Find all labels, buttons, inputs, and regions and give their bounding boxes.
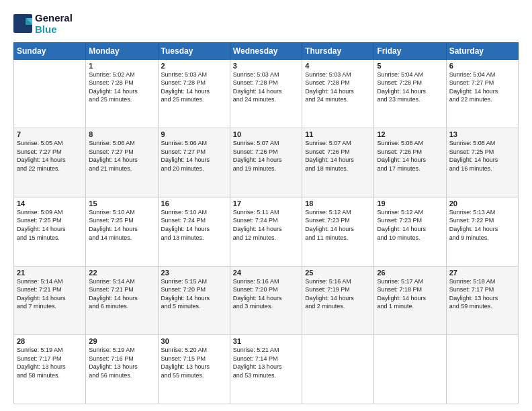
calendar-cell: 21Sunrise: 5:14 AM Sunset: 7:21 PM Dayli… [14,266,86,335]
calendar-cell: 9Sunrise: 5:06 AM Sunset: 7:27 PM Daylig… [158,128,230,197]
calendar-cell: 12Sunrise: 5:08 AM Sunset: 7:26 PM Dayli… [374,128,446,197]
weekday-header-sunday: Sunday [14,42,86,59]
calendar-cell: 26Sunrise: 5:17 AM Sunset: 7:18 PM Dayli… [374,266,446,335]
calendar-week-2: 7Sunrise: 5:05 AM Sunset: 7:27 PM Daylig… [14,128,519,197]
weekday-header-row: SundayMondayTuesdayWednesdayThursdayFrid… [14,42,519,59]
calendar-cell: 1Sunrise: 5:02 AM Sunset: 7:28 PM Daylig… [86,59,158,128]
logo-text: General Blue [35,12,73,36]
day-info: Sunrise: 5:15 AM Sunset: 7:20 PM Dayligh… [161,277,227,311]
calendar-cell: 28Sunrise: 5:19 AM Sunset: 7:17 PM Dayli… [14,335,86,404]
weekday-header-friday: Friday [374,42,446,59]
day-number: 17 [233,199,299,208]
day-info: Sunrise: 5:03 AM Sunset: 7:28 PM Dayligh… [305,71,371,104]
calendar-cell: 3Sunrise: 5:03 AM Sunset: 7:28 PM Daylig… [230,59,302,128]
day-number: 10 [233,130,299,138]
calendar-cell: 4Sunrise: 5:03 AM Sunset: 7:28 PM Daylig… [302,59,374,128]
day-number: 19 [377,199,443,208]
weekday-header-saturday: Saturday [446,42,518,59]
day-info: Sunrise: 5:10 AM Sunset: 7:24 PM Dayligh… [161,208,227,242]
day-number: 14 [17,199,83,208]
day-number: 31 [233,337,299,345]
calendar-table: SundayMondayTuesdayWednesdayThursdayFrid… [13,42,519,405]
day-number: 8 [89,130,154,138]
day-number: 24 [233,269,299,277]
day-info: Sunrise: 5:08 AM Sunset: 7:25 PM Dayligh… [449,139,515,173]
day-number: 13 [449,130,515,138]
day-info: Sunrise: 5:12 AM Sunset: 7:23 PM Dayligh… [377,208,443,242]
calendar-cell: 15Sunrise: 5:10 AM Sunset: 7:25 PM Dayli… [86,197,158,266]
calendar-cell: 19Sunrise: 5:12 AM Sunset: 7:23 PM Dayli… [374,197,446,266]
calendar-cell: 30Sunrise: 5:20 AM Sunset: 7:15 PM Dayli… [158,335,230,404]
day-info: Sunrise: 5:14 AM Sunset: 7:21 PM Dayligh… [89,277,154,311]
day-number: 26 [377,269,443,277]
day-number: 15 [89,199,154,208]
calendar-cell: 17Sunrise: 5:11 AM Sunset: 7:24 PM Dayli… [230,197,302,266]
calendar-cell: 10Sunrise: 5:07 AM Sunset: 7:26 PM Dayli… [230,128,302,197]
calendar-cell: 29Sunrise: 5:19 AM Sunset: 7:16 PM Dayli… [86,335,158,404]
day-info: Sunrise: 5:07 AM Sunset: 7:26 PM Dayligh… [233,139,299,173]
calendar-cell: 14Sunrise: 5:09 AM Sunset: 7:25 PM Dayli… [14,197,86,266]
day-info: Sunrise: 5:16 AM Sunset: 7:19 PM Dayligh… [305,277,371,311]
day-info: Sunrise: 5:07 AM Sunset: 7:26 PM Dayligh… [305,139,371,173]
day-info: Sunrise: 5:21 AM Sunset: 7:14 PM Dayligh… [233,346,299,379]
day-info: Sunrise: 5:04 AM Sunset: 7:27 PM Dayligh… [449,71,515,104]
calendar-cell [302,335,374,404]
day-info: Sunrise: 5:14 AM Sunset: 7:21 PM Dayligh… [17,277,83,311]
day-number: 23 [161,269,227,277]
calendar-week-5: 28Sunrise: 5:19 AM Sunset: 7:17 PM Dayli… [14,335,519,404]
day-info: Sunrise: 5:16 AM Sunset: 7:20 PM Dayligh… [233,277,299,311]
weekday-header-wednesday: Wednesday [230,42,302,59]
day-info: Sunrise: 5:13 AM Sunset: 7:22 PM Dayligh… [449,208,515,242]
logo-icon [13,14,32,33]
calendar-cell: 16Sunrise: 5:10 AM Sunset: 7:24 PM Dayli… [158,197,230,266]
calendar-cell: 18Sunrise: 5:12 AM Sunset: 7:23 PM Dayli… [302,197,374,266]
day-number: 12 [377,130,443,138]
day-info: Sunrise: 5:03 AM Sunset: 7:28 PM Dayligh… [233,71,299,104]
calendar-cell: 13Sunrise: 5:08 AM Sunset: 7:25 PM Dayli… [446,128,518,197]
day-number: 3 [233,62,299,70]
calendar-cell: 7Sunrise: 5:05 AM Sunset: 7:27 PM Daylig… [14,128,86,197]
day-number: 28 [17,337,83,345]
day-number: 22 [89,269,154,277]
day-number: 25 [305,269,371,277]
calendar-cell: 6Sunrise: 5:04 AM Sunset: 7:27 PM Daylig… [446,59,518,128]
day-number: 9 [161,130,227,138]
logo: General Blue [13,12,73,36]
weekday-header-tuesday: Tuesday [158,42,230,59]
calendar-cell: 11Sunrise: 5:07 AM Sunset: 7:26 PM Dayli… [302,128,374,197]
calendar-cell [446,335,518,404]
day-number: 20 [449,199,515,208]
day-number: 4 [305,62,371,70]
day-info: Sunrise: 5:06 AM Sunset: 7:27 PM Dayligh… [161,139,227,173]
day-number: 2 [161,62,227,70]
day-info: Sunrise: 5:05 AM Sunset: 7:27 PM Dayligh… [17,139,83,173]
day-info: Sunrise: 5:04 AM Sunset: 7:28 PM Dayligh… [377,71,443,104]
day-info: Sunrise: 5:09 AM Sunset: 7:25 PM Dayligh… [17,208,83,242]
day-info: Sunrise: 5:17 AM Sunset: 7:18 PM Dayligh… [377,277,443,311]
day-info: Sunrise: 5:18 AM Sunset: 7:17 PM Dayligh… [449,277,515,311]
calendar-cell: 23Sunrise: 5:15 AM Sunset: 7:20 PM Dayli… [158,266,230,335]
day-info: Sunrise: 5:10 AM Sunset: 7:25 PM Dayligh… [89,208,154,242]
header: General Blue [13,12,519,36]
day-number: 27 [449,269,515,277]
calendar-cell: 25Sunrise: 5:16 AM Sunset: 7:19 PM Dayli… [302,266,374,335]
calendar-cell [14,59,86,128]
calendar-cell: 27Sunrise: 5:18 AM Sunset: 7:17 PM Dayli… [446,266,518,335]
calendar-week-1: 1Sunrise: 5:02 AM Sunset: 7:28 PM Daylig… [14,59,519,128]
calendar-week-3: 14Sunrise: 5:09 AM Sunset: 7:25 PM Dayli… [14,197,519,266]
day-number: 30 [161,337,227,345]
day-number: 18 [305,199,371,208]
day-number: 5 [377,62,443,70]
day-number: 16 [161,199,227,208]
day-info: Sunrise: 5:11 AM Sunset: 7:24 PM Dayligh… [233,208,299,242]
weekday-header-thursday: Thursday [302,42,374,59]
day-number: 21 [17,269,83,277]
calendar-cell: 31Sunrise: 5:21 AM Sunset: 7:14 PM Dayli… [230,335,302,404]
day-number: 29 [89,337,154,345]
day-info: Sunrise: 5:19 AM Sunset: 7:17 PM Dayligh… [17,346,83,379]
calendar-cell: 5Sunrise: 5:04 AM Sunset: 7:28 PM Daylig… [374,59,446,128]
day-info: Sunrise: 5:06 AM Sunset: 7:27 PM Dayligh… [89,139,154,173]
page: General Blue SundayMondayTuesdayWednesda… [0,0,532,411]
calendar-cell: 20Sunrise: 5:13 AM Sunset: 7:22 PM Dayli… [446,197,518,266]
calendar-cell: 2Sunrise: 5:03 AM Sunset: 7:28 PM Daylig… [158,59,230,128]
